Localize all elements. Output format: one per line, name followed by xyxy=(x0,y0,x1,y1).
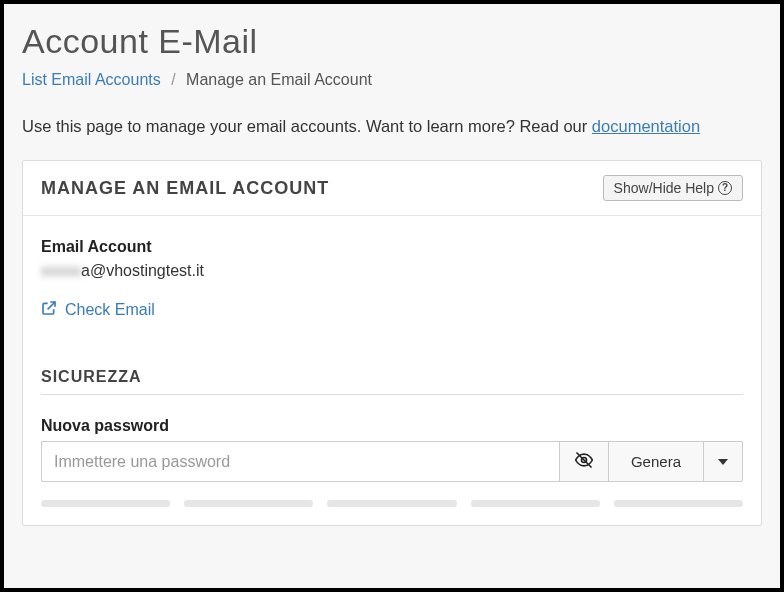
chevron-down-icon xyxy=(718,459,728,465)
check-email-link[interactable]: Check Email xyxy=(41,300,743,320)
email-account-value: xxxxxa@vhostingtest.it xyxy=(41,262,743,280)
generate-options-dropdown[interactable] xyxy=(703,441,743,482)
breadcrumb-link[interactable]: List Email Accounts xyxy=(22,71,161,88)
panel-title: MANAGE AN EMAIL ACCOUNT xyxy=(41,178,329,199)
email-account-label: Email Account xyxy=(41,238,743,256)
strength-bar xyxy=(614,500,743,507)
strength-bar xyxy=(184,500,313,507)
page-title: Account E-Mail xyxy=(22,22,762,61)
intro-text: Use this page to manage your email accou… xyxy=(4,117,780,160)
security-section-title: SICUREZZA xyxy=(41,368,743,395)
show-hide-help-button[interactable]: Show/Hide Help ? xyxy=(603,175,743,201)
manage-panel: MANAGE AN EMAIL ACCOUNT Show/Hide Help ?… xyxy=(22,160,762,526)
new-password-label: Nuova password xyxy=(41,417,743,435)
toggle-password-visibility-button[interactable] xyxy=(559,441,608,482)
eye-off-icon xyxy=(574,450,594,473)
external-link-icon xyxy=(41,300,57,320)
strength-bar xyxy=(41,500,170,507)
help-icon: ? xyxy=(718,181,732,195)
password-strength-meter xyxy=(41,500,743,507)
generate-password-button[interactable]: Genera xyxy=(608,441,703,482)
breadcrumb-current: Manage an Email Account xyxy=(186,71,372,88)
documentation-link[interactable]: documentation xyxy=(592,117,700,135)
breadcrumb: List Email Accounts / Manage an Email Ac… xyxy=(22,71,762,89)
strength-bar xyxy=(471,500,600,507)
new-password-input[interactable] xyxy=(41,441,559,482)
breadcrumb-separator: / xyxy=(171,71,175,88)
strength-bar xyxy=(327,500,456,507)
